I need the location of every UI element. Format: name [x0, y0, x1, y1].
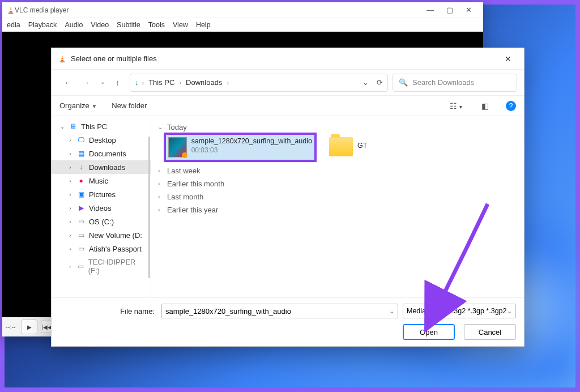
menu-tools[interactable]: Tools	[145, 19, 168, 31]
chevron-right-icon: ›	[67, 164, 73, 171]
chevron-right-icon: ›	[67, 232, 73, 238]
address-bar[interactable]: ↓ › This PC › Downloads › ⌄ ⟳	[130, 74, 388, 92]
menu-video[interactable]: Video	[87, 19, 112, 31]
dialog-footer: File name: sample_1280x720_surfing_with_…	[52, 297, 524, 346]
menu-help[interactable]: Help	[193, 19, 214, 31]
new-folder-button[interactable]: New folder	[112, 101, 147, 110]
filename-label: File name:	[59, 307, 157, 316]
sidebar-item-label: Atish's Passport	[89, 245, 142, 253]
help-button[interactable]: ?	[506, 101, 516, 111]
breadcrumb-root[interactable]: This PC	[147, 78, 176, 87]
drive-icon: ▭	[76, 262, 85, 271]
vlc-cone-icon	[7, 6, 15, 14]
play-button[interactable]: ▶	[22, 319, 37, 334]
svg-rect-1	[8, 12, 14, 14]
chevron-down-icon[interactable]: ⌄	[389, 308, 394, 315]
vlc-titlebar: VLC media player — ▢ ✕	[2, 2, 483, 18]
menu-audio[interactable]: Audio	[61, 19, 86, 31]
file-item-folder[interactable]: GT	[327, 135, 406, 159]
sidebar-item-label: This PC	[81, 122, 107, 131]
svg-rect-7	[61, 59, 63, 59]
chevron-right-icon: ›	[67, 191, 73, 198]
preview-pane-button[interactable]: ◧	[479, 101, 491, 110]
sidebar-item-videos[interactable]: ›▶Videos	[52, 201, 151, 215]
sidebar-item-music[interactable]: ›●Music	[52, 174, 151, 188]
sidebar-item-pictures[interactable]: ›▣Pictures	[52, 188, 151, 201]
dialog-close-button[interactable]: ✕	[499, 54, 517, 63]
dialog-titlebar: Select one or multiple files ✕	[52, 48, 524, 70]
svg-rect-6	[61, 57, 63, 58]
sidebar-item-os-c[interactable]: ›▭OS (C:)	[52, 215, 151, 228]
desktop-icon: 🖵	[76, 135, 86, 144]
nav-recent-button[interactable]: ⌄	[97, 76, 109, 90]
group-earlier-month[interactable]: ›Earlier this month	[157, 177, 518, 190]
search-icon: 🔍	[399, 78, 408, 87]
chevron-right-icon: ›	[67, 205, 73, 211]
menu-playback[interactable]: Playback	[25, 19, 61, 31]
search-input[interactable]: 🔍 Search Downloads	[393, 74, 517, 92]
svg-rect-5	[60, 61, 65, 62]
nav-forward-button[interactable]: →	[79, 76, 93, 90]
file-item-video[interactable]: sample_1280x720_surfing_with_audio 00:03…	[166, 135, 314, 160]
sidebar-item-label: Documents	[89, 150, 126, 158]
chevron-right-icon: ›	[142, 79, 144, 86]
filename-value: sample_1280x720_surfing_with_audio	[165, 307, 291, 316]
filename-input[interactable]: sample_1280x720_surfing_with_audio ⌄	[161, 304, 398, 318]
view-options-button[interactable]: ☷ ▾	[447, 101, 464, 110]
chevron-right-icon: ›	[67, 219, 73, 225]
svg-rect-3	[10, 10, 12, 11]
minimize-button[interactable]: —	[427, 6, 434, 14]
menu-media[interactable]: edia	[3, 19, 24, 31]
dialog-nav: ← → ⌄ ↑ ↓ › This PC › Downloads › ⌄ ⟳ 🔍 …	[52, 70, 524, 96]
sidebar-item-passport[interactable]: ›▭Atish's Passport	[52, 242, 151, 255]
chevron-right-icon: ›	[67, 246, 73, 252]
chevron-down-icon: ⌄	[158, 124, 164, 130]
maximize-button[interactable]: ▢	[446, 6, 453, 14]
chevron-right-icon: ›	[67, 263, 73, 270]
chevron-right-icon: ›	[158, 181, 164, 187]
file-open-dialog: Select one or multiple files ✕ ← → ⌄ ↑ ↓…	[51, 48, 524, 347]
chevron-right-icon: ›	[67, 151, 73, 157]
refresh-button[interactable]: ⟳	[377, 78, 383, 87]
file-name: sample_1280x720_surfing_with_audio	[191, 137, 312, 146]
sidebar-item-documents[interactable]: ›▤Documents	[52, 147, 151, 160]
sidebar-item-this-pc[interactable]: ⌄ 🖥 This PC	[52, 120, 151, 133]
file-duration: 00:03:03	[191, 146, 312, 155]
chevron-right-icon: ›	[158, 194, 164, 200]
sidebar-item-techdipper[interactable]: ›▭TECHDIPPER (F:)	[52, 255, 151, 277]
group-last-week[interactable]: ›Last week	[157, 164, 518, 177]
group-last-month[interactable]: ›Last month	[157, 190, 518, 203]
menu-subtitle[interactable]: Subtitle	[113, 19, 144, 31]
search-placeholder: Search Downloads	[412, 78, 474, 87]
file-type-filter[interactable]: Media Files ( *.3g2 *.3gp *.3gp2 ⌄	[403, 304, 516, 318]
vlc-menubar: edia Playback Audio Video Subtitle Tools…	[2, 18, 483, 32]
cancel-button[interactable]: Cancel	[464, 324, 516, 340]
chevron-right-icon: ›	[227, 79, 229, 86]
sidebar-item-label: Downloads	[89, 163, 125, 172]
menu-view[interactable]: View	[169, 19, 191, 31]
sidebar-item-label: Music	[89, 177, 108, 185]
download-icon: ↓	[76, 163, 86, 172]
address-dropdown[interactable]: ⌄	[362, 78, 369, 87]
close-button[interactable]: ✕	[466, 6, 472, 14]
sidebar-item-label: OS (C:)	[89, 218, 114, 226]
nav-back-button[interactable]: ←	[61, 76, 75, 90]
group-today[interactable]: ⌄Today	[157, 121, 518, 134]
nav-up-button[interactable]: ↑	[112, 76, 123, 90]
open-button[interactable]: Open	[403, 324, 455, 340]
pc-icon: 🖥	[69, 122, 78, 131]
sidebar-item-downloads[interactable]: ›↓Downloads	[52, 160, 151, 174]
file-list: ⌄Today sample_1280x720_surfing_with_audi…	[151, 116, 524, 297]
breadcrumb-folder[interactable]: Downloads	[185, 78, 223, 87]
drive-icon: ▭	[76, 217, 86, 226]
music-icon: ●	[76, 176, 86, 185]
sidebar-item-label: Pictures	[89, 190, 116, 199]
organize-menu[interactable]: Organize ▼	[59, 101, 97, 110]
documents-icon: ▤	[76, 149, 86, 158]
folder-name: GT	[357, 142, 367, 150]
sidebar-item-new-volume[interactable]: ›▭New Volume (D:	[52, 228, 151, 242]
group-earlier-year[interactable]: ›Earlier this year	[157, 203, 518, 216]
chevron-down-icon: ⌄	[59, 123, 65, 130]
sidebar-item-desktop[interactable]: ›🖵Desktop	[52, 133, 151, 147]
sidebar-item-label: Desktop	[89, 136, 116, 144]
